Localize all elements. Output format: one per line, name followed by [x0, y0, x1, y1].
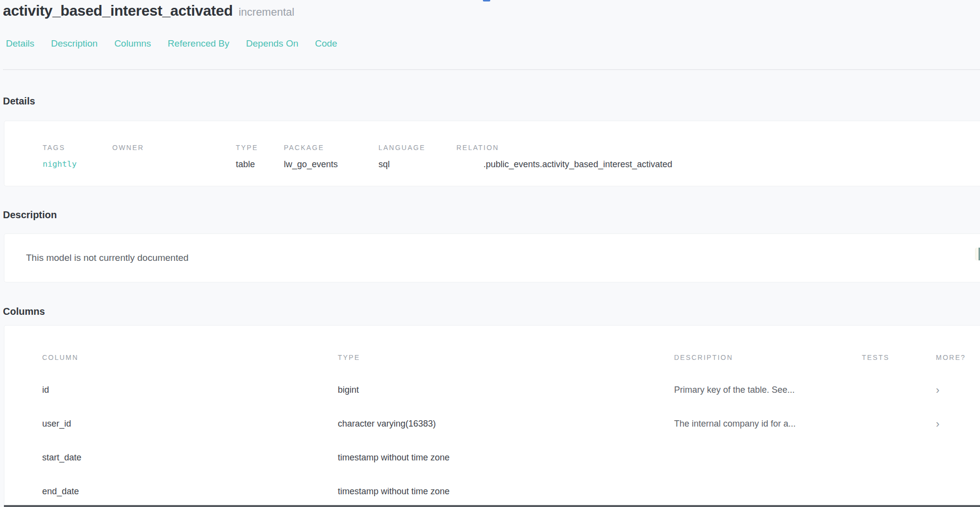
cell-column-type: timestamp without time zone: [338, 486, 674, 497]
table-row-user-id[interactable]: user_id character varying(16383) The int…: [42, 407, 980, 441]
description-text: This model is not currently documented: [26, 253, 189, 263]
expand-chevron-icon[interactable]: ›: [926, 419, 980, 429]
field-label-owner: OWNER: [112, 144, 236, 152]
page-title: activity_based_interest_activated: [3, 2, 233, 19]
field-value-relation: .public_events.activity_based_interest_a…: [456, 158, 970, 170]
cell-column-name: end_date: [42, 486, 338, 497]
tab-depends-on[interactable]: Depends On: [246, 38, 299, 50]
tab-referenced-by[interactable]: Referenced By: [168, 38, 229, 50]
details-fields: TAGS nightly OWNER TYPE table PACKAGE lw…: [43, 144, 970, 170]
description-card: This model is not currently documented: [4, 233, 980, 282]
field-value-type: table: [236, 158, 284, 170]
field-relation: RELATION .public_events.activity_based_i…: [456, 144, 970, 170]
columns-section-heading: Columns: [3, 305, 980, 317]
field-value-package: lw_go_events: [284, 158, 378, 170]
title-line: activity_based_interest_activated increm…: [3, 2, 980, 19]
field-package: PACKAGE lw_go_events: [284, 144, 378, 170]
field-label-tags: TAGS: [43, 144, 112, 152]
column-header-more: MORE?: [926, 354, 980, 361]
details-section-heading: Details: [3, 95, 980, 107]
columns-table-body: id bigint Primary key of the table. See.…: [42, 373, 980, 507]
field-label-type: TYPE: [236, 144, 284, 152]
header-divider: [3, 69, 980, 70]
tab-details[interactable]: Details: [6, 38, 34, 50]
column-header-description: DESCRIPTION: [674, 354, 862, 361]
field-value-language: sql: [378, 158, 456, 170]
cell-column-description: Primary key of the table. See...: [674, 385, 862, 395]
table-row-end-date[interactable]: end_date timestamp without time zone: [42, 475, 980, 507]
field-label-language: LANGUAGE: [378, 144, 456, 152]
cell-column-name: user_id: [42, 419, 338, 429]
column-header-type: TYPE: [338, 354, 674, 361]
tab-columns[interactable]: Columns: [114, 38, 151, 50]
cell-column-type: character varying(16383): [338, 419, 674, 429]
cell-column-description: The internal company id for a...: [674, 419, 862, 429]
column-header-column: COLUMN: [42, 354, 338, 361]
details-card: TAGS nightly OWNER TYPE table PACKAGE lw…: [4, 121, 980, 186]
table-row-start-date[interactable]: start_date timestamp without time zone: [42, 441, 980, 475]
columns-card: COLUMN TYPE DESCRIPTION TESTS MORE? id b…: [4, 325, 980, 506]
materialization-badge: incremental: [239, 6, 295, 19]
cell-column-type: timestamp without time zone: [338, 453, 674, 463]
cell-column-name: id: [42, 385, 338, 395]
top-edge-artifact: [483, 0, 490, 1]
column-header-tests: TESTS: [862, 354, 926, 361]
cell-column-name: start_date: [42, 453, 338, 463]
field-type: TYPE table: [236, 144, 284, 170]
field-tags: TAGS nightly: [43, 144, 112, 170]
columns-table-header: COLUMN TYPE DESCRIPTION TESTS MORE?: [42, 354, 980, 361]
expand-chevron-icon[interactable]: ›: [926, 385, 980, 395]
section-tabs: Details Description Columns Referenced B…: [6, 38, 980, 50]
field-language: LANGUAGE sql: [378, 144, 456, 170]
page-header: activity_based_interest_activated increm…: [0, 0, 980, 70]
description-section-heading: Description: [3, 209, 980, 221]
tab-description[interactable]: Description: [51, 38, 98, 50]
model-docs-page: activity_based_interest_activated increm…: [0, 0, 980, 507]
field-owner: OWNER: [112, 144, 236, 170]
tab-code[interactable]: Code: [315, 38, 337, 50]
table-row-id[interactable]: id bigint Primary key of the table. See.…: [42, 373, 980, 407]
tag-link-nightly[interactable]: nightly: [43, 158, 112, 170]
edit-widget-partial[interactable]: [975, 248, 980, 260]
field-label-relation: RELATION: [456, 144, 970, 152]
field-label-package: PACKAGE: [284, 144, 378, 152]
cell-column-type: bigint: [338, 385, 674, 395]
viewport-bottom-edge: [4, 505, 980, 507]
